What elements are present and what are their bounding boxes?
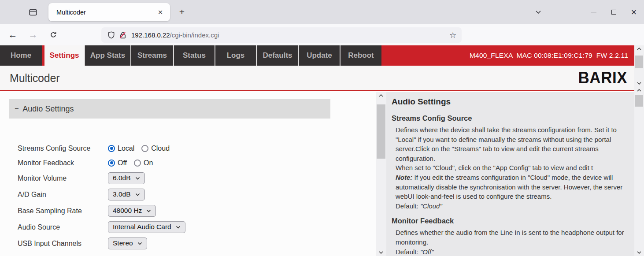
minimize-button[interactable]: [583, 0, 603, 24]
help-paragraph: Defines where the device shall take the …: [396, 125, 626, 211]
scroll-down-button[interactable]: [634, 249, 644, 256]
help-subheading: Streams Config Source: [392, 114, 626, 122]
radio-label: On: [144, 159, 153, 167]
insecure-lock-icon[interactable]: [119, 31, 127, 39]
field-label: A/D Gain: [18, 191, 108, 199]
help-text: Defines whether the audio from the Line …: [396, 229, 624, 246]
page-title: Multicoder: [10, 72, 59, 85]
url-host: 192.168.0.22: [131, 31, 170, 39]
nav-tab-settings[interactable]: Settings: [42, 45, 84, 66]
field-label: Audio Source: [18, 223, 108, 231]
monitor-feedback-radios: Off On: [108, 159, 153, 167]
back-button[interactable]: ←: [5, 27, 20, 42]
nav-tab-defaults[interactable]: Defaults: [256, 45, 298, 66]
form-rows: Streams Config Source Local Cloud Monito…: [18, 141, 376, 252]
browser-tab[interactable]: Multicoder ×: [48, 3, 170, 21]
form-row: Monitor Volume 6.0dB: [18, 170, 376, 186]
scrollbar-thumb[interactable]: [635, 56, 643, 68]
url-text: 192.168.0.22/cgi-bin/index.cgi: [131, 31, 219, 39]
browser-toolbar: ← → 192.168.0.22/cgi-bin/index.cgi ☆: [0, 24, 644, 45]
maximize-button[interactable]: [603, 0, 624, 24]
scrollbar-track[interactable]: [634, 52, 644, 80]
help-text: Defines where the device shall take the …: [396, 126, 617, 162]
monitor-feedback-on-radio[interactable]: [134, 160, 141, 167]
shield-icon[interactable]: [107, 31, 115, 39]
chevron-down-icon: [146, 209, 151, 212]
nav-tab-app-stats[interactable]: App Stats: [84, 45, 130, 66]
scroll-up-button[interactable]: [634, 45, 644, 52]
collapse-icon[interactable]: −: [15, 105, 19, 113]
default-value: "Cloud": [420, 202, 442, 210]
field-label: Monitor Volume: [18, 174, 108, 182]
select-value: Stereo: [113, 239, 133, 247]
scrollbar-track[interactable]: [634, 94, 644, 249]
monitor-feedback-off-radio[interactable]: [108, 160, 115, 167]
streams-config-local-radio[interactable]: [108, 145, 115, 152]
form-row: Monitor Feedback Off On: [18, 156, 376, 170]
chevron-down-icon: [137, 242, 142, 245]
close-button[interactable]: ×: [624, 0, 644, 24]
header-frame-scrollbar[interactable]: [634, 45, 644, 87]
note-label: Note:: [396, 174, 412, 181]
form-row: A/D Gain 3.0dB: [18, 186, 376, 203]
bookmark-star-icon[interactable]: ☆: [447, 29, 459, 41]
nav-tab-streams[interactable]: Streams: [130, 45, 173, 66]
nav-tab-home[interactable]: Home: [0, 45, 42, 66]
scroll-up-button[interactable]: [634, 87, 644, 94]
close-icon: ×: [631, 7, 637, 17]
form-row: Base Sampling Rate 48000 Hz: [18, 203, 376, 219]
scrollbar-thumb[interactable]: [635, 95, 643, 107]
field-label: USB Input Channels: [18, 240, 108, 248]
firefox-view-icon[interactable]: [26, 5, 41, 20]
nav-tab-logs[interactable]: Logs: [215, 45, 256, 66]
field-label: Base Sampling Rate: [18, 207, 108, 215]
reload-button[interactable]: [46, 27, 61, 42]
minimize-icon: [591, 12, 596, 12]
list-all-tabs-chevron-icon[interactable]: [531, 5, 545, 19]
form-row: Audio Source Internal Audio Card: [18, 219, 376, 235]
tab-title: Multicoder: [56, 9, 155, 16]
form-frame-scrollbar[interactable]: [376, 92, 386, 256]
chevron-down-icon: [135, 177, 140, 180]
nav-tab-reboot[interactable]: Reboot: [340, 45, 381, 66]
url-path: /cgi-bin/index.cgi: [170, 31, 219, 39]
nav-tab-update[interactable]: Update: [298, 45, 340, 66]
nav-tab-status[interactable]: Status: [173, 45, 215, 66]
audio-settings-section-header[interactable]: − Audio Settings: [9, 99, 330, 119]
field-label: Streams Config Source: [18, 145, 108, 152]
select-value: Internal Audio Card: [113, 223, 171, 231]
streams-config-source-radios: Local Cloud: [108, 145, 170, 152]
new-tab-button[interactable]: +: [175, 5, 189, 19]
select-value: 3.0dB: [113, 190, 131, 198]
section-title: Audio Settings: [22, 104, 74, 114]
help-panel: Audio Settings Streams Config Source Def…: [386, 92, 634, 256]
scroll-down-button[interactable]: [376, 249, 386, 256]
help-text: If you edit the streams configuration in…: [396, 174, 622, 200]
scrollbar-track[interactable]: [376, 99, 386, 249]
tab-close-icon[interactable]: ×: [155, 7, 166, 18]
usb-input-channels-select[interactable]: Stereo: [108, 237, 147, 249]
radio-label: Off: [118, 159, 127, 167]
monitor-volume-select[interactable]: 6.0dB: [108, 172, 145, 184]
page-header: Multicoder BARIX: [0, 66, 634, 91]
streams-config-cloud-radio[interactable]: [141, 145, 148, 152]
window-controls: ×: [531, 0, 644, 24]
help-subheading: Monitor Feedback: [392, 217, 626, 225]
help-frame-scrollbar[interactable]: [634, 87, 644, 256]
chevron-down-icon: [135, 193, 140, 196]
form-row: USB Input Channels Stereo: [18, 235, 376, 252]
scroll-down-button[interactable]: [634, 80, 644, 87]
help-text: When set to "Cloud", click on the "App C…: [396, 164, 593, 171]
barix-logo: BARIX: [578, 69, 627, 87]
base-sampling-rate-select[interactable]: 48000 Hz: [108, 205, 156, 217]
device-info-banner: M400_FLEXA MAC 00:08:E1:09:C1:79 FW 2.2.…: [381, 45, 634, 66]
default-value: "Off": [420, 248, 434, 256]
scroll-up-button[interactable]: [376, 92, 386, 99]
forward-button[interactable]: →: [26, 27, 41, 42]
audio-source-select[interactable]: Internal Audio Card: [108, 221, 185, 233]
scrollbar-thumb[interactable]: [377, 104, 385, 159]
settings-form-frame: − Audio Settings Streams Config Source L…: [0, 92, 376, 256]
help-title: Audio Settings: [392, 97, 626, 107]
ad-gain-select[interactable]: 3.0dB: [108, 189, 145, 200]
url-bar[interactable]: 192.168.0.22/cgi-bin/index.cgi ☆: [101, 27, 462, 43]
